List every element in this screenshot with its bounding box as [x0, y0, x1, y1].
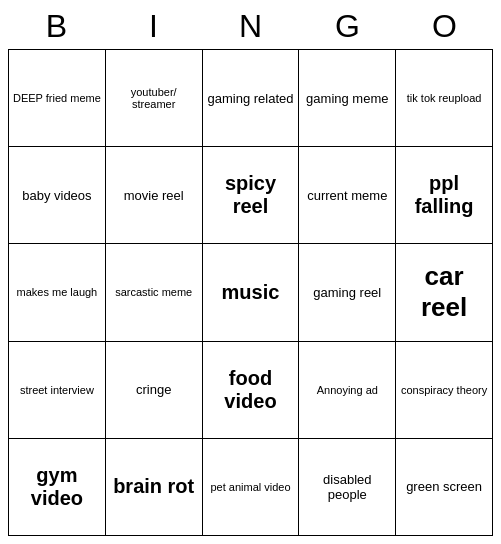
bingo-cell-10: makes me laugh	[9, 244, 106, 341]
bingo-cell-21: brain rot	[106, 439, 203, 536]
bingo-header: BINGO	[8, 8, 493, 45]
bingo-cell-4: tik tok reupload	[396, 50, 493, 147]
bingo-cell-7: spicy reel	[203, 147, 300, 244]
bingo-cell-18: Annoying ad	[299, 342, 396, 439]
bingo-cell-20: gym video	[9, 439, 106, 536]
bingo-cell-13: gaming reel	[299, 244, 396, 341]
bingo-cell-12: music	[203, 244, 300, 341]
bingo-cell-23: disabled people	[299, 439, 396, 536]
bingo-cell-5: baby videos	[9, 147, 106, 244]
bingo-cell-9: ppl falling	[396, 147, 493, 244]
bingo-cell-17: food video	[203, 342, 300, 439]
bingo-cell-1: youtuber/ streamer	[106, 50, 203, 147]
bingo-cell-8: current meme	[299, 147, 396, 244]
bingo-grid: DEEP fried memeyoutuber/ streamergaming …	[8, 49, 493, 536]
bingo-cell-2: gaming related	[203, 50, 300, 147]
bingo-cell-14: car reel	[396, 244, 493, 341]
bingo-cell-3: gaming meme	[299, 50, 396, 147]
bingo-cell-6: movie reel	[106, 147, 203, 244]
bingo-letter-I: I	[105, 8, 202, 45]
bingo-cell-15: street interview	[9, 342, 106, 439]
bingo-cell-0: DEEP fried meme	[9, 50, 106, 147]
bingo-cell-24: green screen	[396, 439, 493, 536]
bingo-letter-G: G	[299, 8, 396, 45]
bingo-cell-19: conspiracy theory	[396, 342, 493, 439]
bingo-cell-22: pet animal video	[203, 439, 300, 536]
bingo-letter-B: B	[8, 8, 105, 45]
bingo-cell-16: cringe	[106, 342, 203, 439]
bingo-cell-11: sarcastic meme	[106, 244, 203, 341]
bingo-letter-O: O	[396, 8, 493, 45]
bingo-letter-N: N	[202, 8, 299, 45]
